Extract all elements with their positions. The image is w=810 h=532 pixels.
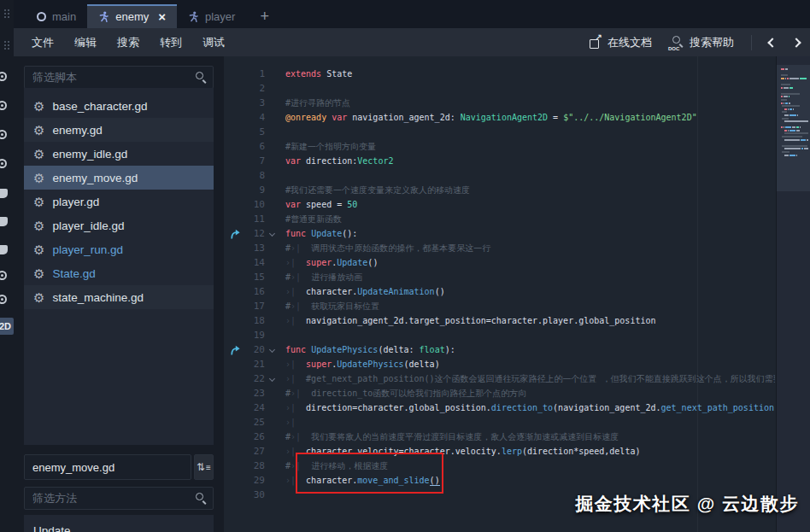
method-item[interactable]: Update xyxy=(24,519,214,532)
filter-methods-input[interactable] xyxy=(24,487,214,510)
tab-main[interactable]: main xyxy=(26,4,87,28)
fold-arrow-icon[interactable] xyxy=(265,231,279,236)
code-line[interactable]: 9#我们还需要一个速度变量来定义敌人的移动速度 xyxy=(224,183,775,197)
code-line[interactable]: 14›| super.Update() xyxy=(224,255,775,270)
minimap-row xyxy=(781,80,808,82)
gdscript-icon: ⚙ xyxy=(33,100,44,113)
line-content: ›| direction=character.global_position.d… xyxy=(279,403,775,412)
code-minimap[interactable] xyxy=(776,56,810,532)
code-line[interactable]: 13#›| 调用状态中原始函数的操作，都基本要呆这一行 xyxy=(224,241,775,255)
code-line[interactable]: 23#›| direction_to函数可以给我们指向路径上那个点的方向 xyxy=(224,386,775,400)
sort-methods-button[interactable]: ⇅≡ xyxy=(194,454,214,480)
minimap-row xyxy=(781,108,808,110)
line-content: func Update(): xyxy=(279,229,357,238)
node-circle-icon[interactable] xyxy=(0,72,7,81)
code-line[interactable]: 5 xyxy=(224,125,775,139)
code-lines: 1extends State23#进行寻路的节点4@onready var na… xyxy=(224,67,775,502)
node-circle-icon[interactable] xyxy=(0,295,7,304)
code-line[interactable]: 17#›| 获取玩家目标位置 xyxy=(224,299,775,313)
menu-search[interactable]: 搜索 xyxy=(117,35,139,50)
script-file-item[interactable]: ⚙base_character.gd xyxy=(24,94,214,118)
script-file-item[interactable]: ⚙enemy.gd xyxy=(24,118,214,142)
script-file-item[interactable]: ⚙enemy_idle.gd xyxy=(24,142,214,166)
code-line[interactable]: 7var direction:Vector2 xyxy=(224,154,775,168)
menu-debug[interactable]: 调试 xyxy=(202,35,225,50)
line-number: 15 xyxy=(241,272,265,283)
script-file-item[interactable]: ⚙player_idle.gd xyxy=(24,213,214,237)
line-content: #›| 调用状态中原始函数的操作，都基本要呆这一行 xyxy=(279,243,490,254)
code-line[interactable]: 10var speed = 50 xyxy=(224,197,775,212)
script-file-item[interactable]: ⚙state_machine.gd xyxy=(24,285,214,309)
line-content: #进行寻路的节点 xyxy=(279,97,350,109)
character-runner-icon xyxy=(98,11,109,22)
code-line[interactable]: 3#进行寻路的节点 xyxy=(224,96,775,110)
code-line[interactable]: 15#›| 进行播放动画 xyxy=(224,270,775,284)
code-line[interactable]: 26#›| 我们要将敌人的当前速度平滑过渡到目标速度，敌人会逐渐加速或减速到目标… xyxy=(224,430,775,444)
script-file-item[interactable]: ⚙enemy_move.gd xyxy=(24,166,214,190)
line-number: 8 xyxy=(241,170,265,181)
code-line[interactable]: 6#新建一个指明方向变量 xyxy=(224,139,775,154)
bucket-icon[interactable] xyxy=(0,189,8,198)
line-number: 25 xyxy=(241,417,265,428)
menu-file[interactable]: 文件 xyxy=(32,35,54,50)
override-indicator xyxy=(224,229,241,239)
line-number: 7 xyxy=(241,155,265,167)
history-back-icon[interactable] xyxy=(767,38,777,47)
code-line[interactable]: 25›| xyxy=(224,415,775,430)
bucket-icon[interactable] xyxy=(0,217,8,226)
gdscript-icon: ⚙ xyxy=(33,243,44,256)
history-forward-icon[interactable] xyxy=(791,38,801,47)
dock-drag-handle[interactable] xyxy=(4,39,6,51)
code-line[interactable]: 12func Update(): xyxy=(224,226,775,241)
code-line[interactable]: 22›| #get_next_path_position()这个函数会返回通往玩… xyxy=(224,371,775,386)
dock-drag-handle[interactable] xyxy=(4,8,6,20)
code-line[interactable]: 16›| character.UpdateAnimation() xyxy=(224,284,775,299)
line-number: 6 xyxy=(241,141,265,152)
code-line[interactable]: 20func UpdatePhysics(delta: float): xyxy=(224,342,775,357)
line-number: 13 xyxy=(241,243,265,254)
gdscript-icon: ⚙ xyxy=(33,124,44,137)
line-number: 3 xyxy=(241,97,265,108)
code-line[interactable]: 18›| navigation_agent_2d.target_position… xyxy=(224,313,775,328)
fold-arrow-icon[interactable] xyxy=(265,377,279,381)
close-icon[interactable]: × xyxy=(158,10,166,23)
code-line[interactable]: 4@onready var navigation_agent_2d: Navig… xyxy=(224,110,775,125)
code-line[interactable]: 11#普通更新函数 xyxy=(224,212,775,226)
script-file-name: State.gd xyxy=(52,267,95,280)
tab-enemy[interactable]: enemy × xyxy=(87,4,177,28)
code-line[interactable]: 2 xyxy=(224,81,775,96)
code-line[interactable]: 1extends State xyxy=(224,67,775,81)
bucket-icon[interactable] xyxy=(0,245,8,254)
search-help-button[interactable]: DOC 搜索帮助 xyxy=(669,35,734,50)
script-file-item[interactable]: ⚙player.gd xyxy=(24,190,214,213)
line-content: #›| 我们要将敌人的当前速度平滑过渡到目标速度，敌人会逐渐加速或减速到目标速度 xyxy=(279,431,619,443)
node-circle-icon[interactable] xyxy=(0,130,7,139)
script-file-item[interactable]: ⚙player_run.gd xyxy=(24,237,214,261)
node-circle-icon[interactable] xyxy=(0,271,7,280)
node-circle-icon[interactable] xyxy=(0,101,7,110)
script-file-item[interactable]: ⚙State.gd xyxy=(24,261,214,285)
code-line[interactable]: 24›| direction=character.global_position… xyxy=(224,400,775,415)
current-script-field[interactable] xyxy=(24,454,191,480)
code-line[interactable]: 19 xyxy=(224,328,775,342)
minimap-row xyxy=(781,74,808,76)
line-number: 16 xyxy=(241,286,265,297)
tab-player[interactable]: player xyxy=(177,4,246,28)
online-docs-button[interactable]: 在线文档 xyxy=(590,35,652,50)
node-circle-icon[interactable] xyxy=(0,159,7,168)
menu-edit[interactable]: 编辑 xyxy=(74,35,97,50)
new-tab-button[interactable]: + xyxy=(260,4,269,28)
search-icon xyxy=(195,71,207,83)
menu-goto[interactable]: 转到 xyxy=(160,35,182,50)
line-content: #普通更新函数 xyxy=(279,213,342,225)
code-line[interactable]: 21›| super.UpdatePhysics(delta) xyxy=(224,357,775,371)
minimap-row xyxy=(781,68,808,70)
badge-2d[interactable]: 2D xyxy=(0,318,14,335)
minimap-row xyxy=(781,111,808,113)
script-file-name: player_run.gd xyxy=(52,243,123,256)
minimap-row xyxy=(781,132,808,134)
line-number: 11 xyxy=(241,213,265,225)
fold-arrow-icon[interactable] xyxy=(265,348,279,352)
code-line[interactable]: 8 xyxy=(224,168,775,183)
filter-scripts-input[interactable] xyxy=(24,66,214,89)
